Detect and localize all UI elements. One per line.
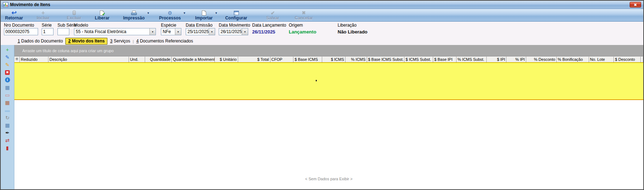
sub-serie-label: Sub Série <box>57 23 77 28</box>
signature-icon[interactable]: ✒ <box>3 129 12 136</box>
column-header-quantidade-a-movimentar[interactable]: Quantidade a Movimentar <box>172 56 215 62</box>
window-title: Movimento de Itens <box>10 2 50 7</box>
window-icon <box>234 10 239 16</box>
column-header-base-icms-subst[interactable]: $ Base ICMS Subst. <box>367 56 405 62</box>
column-header-desconto[interactable]: $ Desconto <box>614 56 641 62</box>
edit-notes-icon[interactable]: ✎ <box>3 61 12 68</box>
document-header-form: Nro Documento Série Sub Série Modelo 55 … <box>1 22 643 37</box>
column-header-unitario[interactable]: $ Unitário <box>215 56 238 62</box>
column-header-ipi[interactable]: $ IPI <box>487 56 506 62</box>
column-header-no-lote[interactable]: No. Lote <box>589 56 614 62</box>
empty-data-message: < Sem Dados para Exibir > <box>14 177 643 181</box>
import-page-icon <box>202 10 206 16</box>
column-header-pct-icms-subst[interactable]: % ICMS Subst. <box>457 56 487 62</box>
column-header-base-icms[interactable]: $ Base ICMS <box>293 56 322 62</box>
data-movimento-picker[interactable]: 26/11/2025 ▼ <box>219 28 248 35</box>
data-lancamento-value: 26/11/2025 <box>252 29 286 35</box>
liberacao-label: Liberação <box>338 23 367 28</box>
grid-insert-row-area[interactable] <box>14 63 643 100</box>
printer-icon <box>131 10 137 16</box>
column-header-pct-icms[interactable]: % ICMS <box>346 56 367 62</box>
grid-empty-area[interactable]: < Sem Dados para Exibir > <box>14 100 643 189</box>
plus-icon: + <box>41 10 45 16</box>
tab-documentos-referenciados[interactable]: 4 Documentos Referenciados <box>134 38 195 44</box>
document-tabs: 1 Dados do Documento 2 Movto dos Itens 3… <box>1 37 643 45</box>
grid-header-row: ≣ Reduzido Descrição Und. Quantidade Qua… <box>14 56 643 63</box>
card-view-icon[interactable]: ▭ <box>3 91 12 99</box>
column-header-icms-subst[interactable]: $ ICMS Subst. <box>404 56 433 62</box>
serie-input[interactable] <box>42 28 54 35</box>
app-icon <box>3 2 8 7</box>
importar-dropdown-arrow-icon[interactable]: ▼ <box>215 12 218 15</box>
cancelar-button[interactable]: ✖ Cancelar <box>293 9 314 21</box>
importar-button[interactable]: Importar <box>194 9 214 21</box>
tab-dados-do-documento[interactable]: 1 Dados do Documento <box>15 38 65 44</box>
column-header-reduzido[interactable]: Reduzido <box>20 56 48 62</box>
group-by-hint: Arraste um título de coluna aqui para cr… <box>22 49 113 53</box>
column-header-pct-bonificacao[interactable]: % Bonificação <box>557 56 589 62</box>
tab-servicos[interactable]: 3 Serviços <box>107 38 133 44</box>
especie-select[interactable]: NFe ▼ <box>161 28 181 35</box>
origem-value: Lançamento <box>289 29 316 35</box>
column-header-pct-ipi[interactable]: % IPI <box>506 56 526 62</box>
column-header-base-ipi[interactable]: $ Base IPI <box>433 56 457 62</box>
retornar-button[interactable]: ↩ Retornar <box>4 9 24 21</box>
nro-documento-label: Nro Documento <box>4 23 38 28</box>
sub-serie-input[interactable] <box>57 28 69 35</box>
column-header-cfop[interactable]: CFOP <box>270 56 294 62</box>
title-bar: Movimento de Itens ✖ <box>1 1 643 9</box>
column-header-quantidade[interactable]: Quantidade <box>145 56 172 62</box>
page-check-icon: ✔ <box>100 10 104 16</box>
especie-dropdown-arrow-icon[interactable]: ▼ <box>175 28 181 35</box>
row-indicator-header[interactable]: ≣ <box>14 56 20 62</box>
especie-label: Espécie <box>161 23 181 28</box>
refresh-icon[interactable]: ↻ <box>3 114 12 121</box>
column-header-descricao[interactable]: Descrição <box>48 56 129 62</box>
processos-button[interactable]: ⚙ Processos <box>158 9 182 21</box>
modelo-select[interactable]: 55 - Nota Fiscal Eletrônica ▼ <box>74 28 156 35</box>
transfer-doc-icon[interactable]: ⇄ <box>3 137 12 144</box>
movimento-de-itens-window: Movimento de Itens ✖ ↩ Retornar + Inclui… <box>0 0 644 190</box>
grid-view-icon[interactable]: ▦ <box>3 84 12 91</box>
serie-label: Série <box>42 23 54 28</box>
main-toolbar: ↩ Retornar + Incluir Excluir ✔ Liberar I… <box>1 9 643 22</box>
liberar-button[interactable]: ✔ Liberar <box>93 9 111 21</box>
origem-label: Origem <box>289 23 316 28</box>
column-header-total[interactable]: $ Total <box>238 56 270 62</box>
grid-side-toolbar: + ✎ ✎ ✖ i ▦ ▭ ▦ ▬ ↻ ▦ ✒ ⇄ ▮ <box>1 45 14 189</box>
collapse-icon[interactable]: ▬ <box>3 107 12 114</box>
salvar-button[interactable]: ✔ Salvar <box>265 9 281 21</box>
column-header-pct-desconto[interactable]: % Desconto <box>526 56 557 62</box>
close-button[interactable]: ✖ <box>630 2 641 8</box>
liberacao-value: Não Liberado <box>338 29 367 35</box>
incluir-button[interactable]: + Incluir <box>35 9 51 21</box>
delete-row-icon[interactable]: ✖ <box>3 69 12 76</box>
tab-movto-dos-itens[interactable]: 2 Movto dos Itens <box>65 38 107 45</box>
modelo-label: Modelo <box>74 23 156 28</box>
column-header-icms[interactable]: $ ICMS <box>322 56 346 62</box>
data-movimento-label: Data Movimento <box>219 23 250 28</box>
column-header-filler <box>641 56 643 62</box>
x-icon: ✖ <box>302 10 306 16</box>
configurar-button[interactable]: Configurar <box>224 9 249 21</box>
group-by-bar[interactable]: Arraste um título de coluna aqui para cr… <box>14 45 643 56</box>
data-emissao-picker[interactable]: 25/11/2025 ▼ <box>186 28 215 35</box>
items-tab-content: + ✎ ✎ ✖ i ▦ ▭ ▦ ▬ ↻ ▦ ✒ ⇄ ▮ Arraste um t… <box>1 45 643 189</box>
edit-row-icon[interactable]: ✎ <box>3 54 12 61</box>
text-cursor-dot <box>316 80 317 81</box>
data-emissao-dropdown-arrow-icon[interactable]: ▼ <box>209 28 215 35</box>
exit-icon[interactable]: ▮ <box>3 144 12 151</box>
info-icon[interactable]: i <box>3 76 12 83</box>
add-row-icon[interactable]: + <box>3 46 12 53</box>
excluir-button[interactable]: Excluir <box>65 9 83 21</box>
column-header-und[interactable]: Und. <box>129 56 145 62</box>
grid-delete-icon[interactable]: ▦ <box>3 99 12 106</box>
nro-documento-input[interactable] <box>4 28 38 35</box>
impressao-dropdown-arrow-icon[interactable]: ▼ <box>147 12 150 15</box>
modelo-dropdown-arrow-icon[interactable]: ▼ <box>149 28 156 35</box>
processos-dropdown-arrow-icon[interactable]: ▼ <box>183 12 186 15</box>
impressao-button[interactable]: Impressão <box>122 9 146 21</box>
data-movimento-dropdown-arrow-icon[interactable]: ▼ <box>242 28 248 35</box>
table-icon[interactable]: ▦ <box>3 122 12 129</box>
gear-icon: ⚙ <box>168 10 172 16</box>
